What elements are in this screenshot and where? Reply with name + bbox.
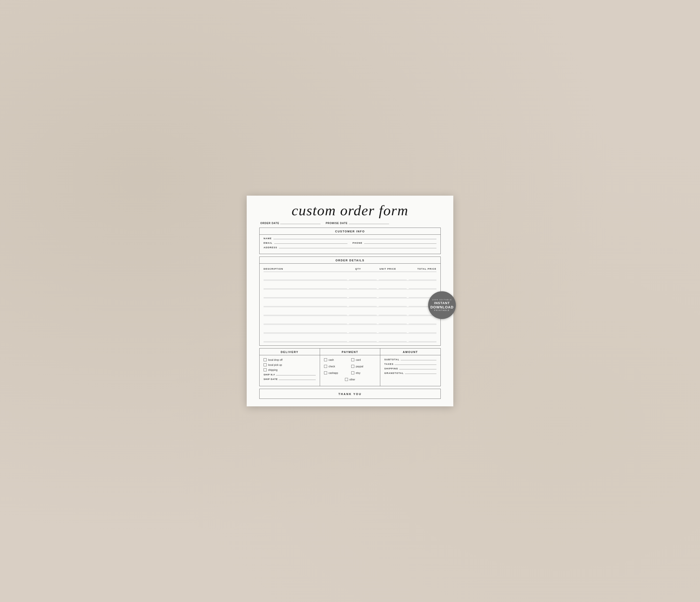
qty-line-8[interactable] (349, 337, 377, 342)
desc-line-2[interactable] (264, 284, 347, 289)
checkbox-shipping[interactable] (264, 368, 267, 371)
payment-option-cashapp[interactable]: cashapp (324, 371, 349, 374)
order-columns-header: DESCRIPTION QTY UNIT PRICE TOTAL PRICE (264, 266, 436, 272)
payment-option-card[interactable]: card (351, 358, 376, 361)
qty-line-7[interactable] (349, 328, 377, 333)
order-details-body: DESCRIPTION QTY UNIT PRICE TOTAL PRICE (259, 264, 441, 345)
email-line[interactable] (274, 243, 348, 244)
checkbox-label-cash: cash (329, 359, 334, 361)
badge-printable: PRINTABLE (434, 309, 450, 311)
payment-other-wrapper: other (324, 378, 376, 383)
subtotal-line[interactable] (401, 360, 437, 360)
unit-line-1[interactable] (379, 276, 406, 280)
qty-line-5[interactable] (349, 311, 377, 315)
delivery-option-shipping[interactable]: shipping (264, 368, 316, 371)
promise-date-field: PROMISE DATE (326, 222, 389, 225)
checkbox-paypal[interactable] (351, 365, 354, 368)
checkbox-cashapp[interactable] (324, 371, 327, 374)
total-line-8[interactable] (409, 337, 436, 342)
table-row (264, 307, 436, 316)
promise-date-line[interactable] (349, 224, 389, 224)
qty-line-3[interactable] (349, 293, 377, 297)
qty-line-1[interactable] (349, 276, 377, 280)
grandtotal-label: GRANDTOTAL (384, 372, 404, 374)
checkbox-label-check: check (329, 365, 335, 368)
phone-label: PHONE (352, 242, 362, 244)
instant-download-badge: 100% EDITABLE INSTANT DOWNLOAD PRINTABLE (428, 291, 456, 319)
delivery-option-local-dropoff[interactable]: local drop off (264, 358, 316, 361)
unit-line-3[interactable] (379, 293, 406, 297)
desc-line-3[interactable] (264, 293, 347, 297)
desc-line-5[interactable] (264, 311, 347, 315)
customer-info-header: CUSTOMER INFO (259, 228, 441, 235)
order-details-section: ORDER DETAILS DESCRIPTION QTY UNIT PRICE… (259, 257, 441, 346)
form-page: 100% EDITABLE INSTANT DOWNLOAD PRINTABLE… (247, 195, 453, 407)
total-line-1[interactable] (409, 276, 436, 280)
form-title: custom order form (259, 203, 441, 218)
bottom-sections-row: DELIVERY local drop off local pick up sh… (259, 348, 441, 386)
payment-option-check[interactable]: check (324, 365, 349, 368)
table-row (264, 334, 436, 342)
checkbox-local-pickup[interactable] (264, 363, 267, 366)
total-line-7[interactable] (409, 328, 436, 333)
phone-line[interactable] (364, 243, 436, 244)
unit-line-8[interactable] (379, 337, 406, 342)
shipping-line[interactable] (399, 369, 436, 369)
table-row (264, 298, 436, 307)
amount-body: SUBTOTAL TAXES SHIPPING GRANDTOTAL (380, 355, 441, 379)
taxes-label: TAXES (384, 363, 394, 365)
col-description: DESCRIPTION (264, 268, 345, 270)
checkbox-cash[interactable] (324, 358, 327, 361)
subtotal-label: SUBTOTAL (384, 358, 399, 361)
payment-option-other[interactable]: other (345, 378, 355, 381)
checkbox-check[interactable] (324, 365, 327, 368)
payment-header: PAYMENT (320, 348, 380, 355)
amount-header: AMOUNT (380, 348, 441, 355)
unit-line-6[interactable] (379, 319, 406, 324)
desc-line-6[interactable] (264, 319, 347, 324)
checkbox-label-cashapp: cashapp (329, 372, 338, 374)
checkbox-label-other: other (350, 378, 355, 381)
checkbox-local-dropoff[interactable] (264, 358, 267, 361)
unit-line-7[interactable] (379, 328, 406, 333)
table-row (264, 316, 436, 325)
unit-line-2[interactable] (379, 284, 406, 289)
checkbox-other[interactable] (345, 378, 348, 381)
badge-editable: 100% EDITABLE (432, 299, 452, 300)
table-row (264, 325, 436, 334)
customer-info-section: CUSTOMER INFO NAME EMAIL PHONE ADDRESS (259, 228, 441, 254)
order-date-line[interactable] (280, 224, 321, 224)
payment-option-paypal[interactable]: paypal (351, 365, 376, 368)
desc-line-7[interactable] (264, 328, 347, 333)
thank-you-text: THANK YOU (339, 393, 361, 396)
ship-n-field: SHIP N.# (264, 373, 316, 376)
date-row: ORDER DATE PROMISE DATE (259, 222, 441, 225)
qty-line-4[interactable] (349, 302, 377, 307)
unit-line-5[interactable] (379, 311, 406, 315)
payment-option-cash[interactable]: cash (324, 358, 349, 361)
shipping-field: SHIPPING (384, 367, 436, 370)
email-field-row: EMAIL (264, 242, 348, 244)
qty-line-6[interactable] (349, 319, 377, 324)
ship-date-label: SHIP DATE (264, 378, 278, 381)
unit-line-4[interactable] (379, 302, 406, 307)
desc-line-1[interactable] (264, 276, 347, 280)
desc-line-8[interactable] (264, 337, 347, 342)
delivery-section: DELIVERY local drop off local pick up sh… (259, 348, 320, 386)
total-line-6[interactable] (409, 319, 436, 324)
checkbox-label-shipping: shipping (268, 369, 277, 371)
ship-n-line[interactable] (276, 375, 316, 375)
email-phone-row: EMAIL PHONE (264, 242, 436, 246)
checkbox-label-etsy: etsy (356, 372, 360, 374)
total-line-2[interactable] (409, 284, 436, 289)
amount-section: AMOUNT SUBTOTAL TAXES SHIPPING GRANDTOTA… (380, 348, 441, 386)
address-field-row: ADDRESS (264, 246, 436, 249)
checkbox-card[interactable] (351, 358, 354, 361)
desc-line-4[interactable] (264, 302, 347, 307)
delivery-option-local-pickup[interactable]: local pick up (264, 363, 316, 366)
checkbox-etsy[interactable] (351, 371, 354, 374)
payment-option-etsy[interactable]: etsy (351, 371, 376, 374)
qty-line-2[interactable] (349, 284, 377, 289)
shipping-label: SHIPPING (384, 367, 398, 370)
taxes-line[interactable] (395, 365, 436, 365)
